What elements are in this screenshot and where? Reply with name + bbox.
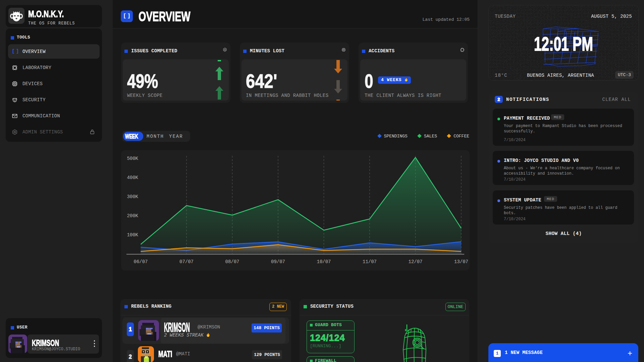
svg-text:500K: 500K [127, 156, 138, 161]
svg-text:400K: 400K [127, 175, 138, 180]
svg-text:07/07: 07/07 [179, 259, 194, 264]
svg-text:09/07: 09/07 [271, 259, 285, 264]
svg-text:11/07: 11/07 [363, 259, 377, 264]
svg-text:08/07: 08/07 [225, 259, 239, 264]
svg-text:300K: 300K [127, 194, 138, 199]
svg-text:13/07: 13/07 [454, 259, 468, 264]
svg-text:100K: 100K [127, 232, 138, 238]
svg-text:06/07: 06/07 [133, 259, 148, 264]
svg-text:200K: 200K [127, 213, 138, 219]
svg-text:12/07: 12/07 [408, 259, 422, 264]
svg-text:10/07: 10/07 [317, 259, 331, 264]
